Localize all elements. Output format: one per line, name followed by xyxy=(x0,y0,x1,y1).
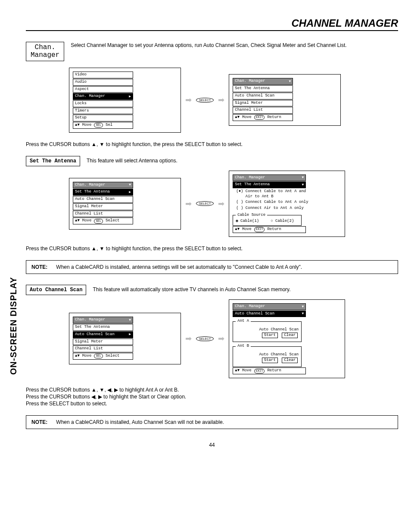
chan-manager-box: Chan. Manager xyxy=(26,42,64,61)
menu-item: Auto Channel Scan xyxy=(233,93,293,100)
chevron-down-icon: ▼ xyxy=(302,175,304,180)
start-button[interactable]: Start xyxy=(262,333,278,339)
note-label: NOTE: xyxy=(31,419,47,425)
note-text: When a CableCARD is installed, Auto Chan… xyxy=(56,419,224,425)
page-number: 44 xyxy=(26,442,398,448)
screen-autoscan-right: Chan. Manager▼ Auto Channel Scan▼ Ant A … xyxy=(229,299,345,378)
menu-item: Video xyxy=(73,72,133,78)
arrow-right-icon: ➡ xyxy=(218,334,224,343)
chevron-right-icon: ▶ xyxy=(129,94,131,99)
hint-row: ▲▼ Move SEL Sel xyxy=(73,122,133,129)
menu-sub-selected: Auto Channel Scan▼ xyxy=(233,311,306,317)
menu-item: Set The Antenna xyxy=(73,324,133,331)
cable-source-legend: Cable Source xyxy=(236,213,267,218)
scan-label: Auto Channel Scan xyxy=(237,327,299,333)
menu-item: Set The Antenna xyxy=(233,85,293,92)
menu-item: Timers xyxy=(73,108,133,115)
menu-item: Setup xyxy=(73,115,133,121)
hint-sel: Sel xyxy=(106,123,112,128)
note-label: NOTE: xyxy=(31,264,47,270)
exit-pill: EXIT xyxy=(254,369,265,373)
select-button-icon: SELECT xyxy=(196,336,214,341)
arrow-right-icon: ➡ xyxy=(218,199,224,208)
sel-pill: SEL xyxy=(94,219,103,224)
menu-sub-selected: Set The Antenna▼ xyxy=(233,181,306,188)
cable2: ○ Cable(2) xyxy=(271,219,294,223)
select-button-icon: SELECT xyxy=(196,98,214,103)
body-text-scan1: Press the CURSOR buttons ▲, ▼, ◀, ▶ to h… xyxy=(26,387,398,393)
antB-fieldset: Ant B Auto Channel Scan Start Clear xyxy=(233,344,302,367)
select-button-icon: SELECT xyxy=(196,201,214,206)
cable-source-fieldset: Cable Source ◉ Cable(1) ○ Cable(2) xyxy=(233,213,302,226)
chevron-down-icon: ▼ xyxy=(302,305,304,309)
menu-header: Chan. Manager▼ xyxy=(233,78,293,85)
hint-row: ▲▼ Move EXIT Return xyxy=(233,367,306,374)
arrow-right-icon: ➡ xyxy=(185,95,192,105)
chevron-down-icon: ▼ xyxy=(129,318,131,322)
menu-header: Chan. Manager▼ xyxy=(73,182,133,189)
side-label: ON-SCREEN DISPLAY xyxy=(9,277,19,375)
screen-autoscan-left: Chan. Manager▼ Set The Antenna Auto Chan… xyxy=(69,313,181,364)
hint-return: Return xyxy=(267,227,281,232)
hint-move: Move xyxy=(242,115,252,120)
screen-antenna-left: Chan. Manager▼ Set The Antenna▶ Auto Cha… xyxy=(69,178,181,230)
chevron-down-icon: ▼ xyxy=(289,79,291,84)
note-box-autoscan: NOTE: When a CableCARD is installed, Aut… xyxy=(26,415,398,429)
menu-header: Chan. Manager▼ xyxy=(233,174,306,181)
hint-return: Return xyxy=(267,368,281,373)
screens-row-antenna: Chan. Manager▼ Set The Antenna▶ Auto Cha… xyxy=(69,171,398,237)
screen-main-menu: Video Audio Aspect Chan. Manager▶ Locks … xyxy=(69,68,181,133)
radio-opt1: (●) Connect Cable to Ant A and Air to An… xyxy=(236,189,341,199)
start-button[interactable]: Start xyxy=(262,358,278,364)
menu-header: Chan. Manager▼ xyxy=(233,303,306,310)
note-text: When a CableCARD is installed, antenna s… xyxy=(56,264,302,270)
antA-fieldset: Ant A Auto Channel Scan Start Clear xyxy=(233,319,302,342)
menu-item: Channel List xyxy=(73,211,133,218)
hint-row: ▲▼ Move SEL Select xyxy=(73,353,133,360)
body-text-scan3: Press the SELECT button to select. xyxy=(26,401,398,407)
exit-pill: EXIT xyxy=(254,115,265,120)
scan-label: Auto Channel Scan xyxy=(237,352,299,358)
screen-antenna-right: Chan. Manager▼ Set The Antenna▼ (●) Conn… xyxy=(229,171,345,237)
screens-row-autoscan: Chan. Manager▼ Set The Antenna Auto Chan… xyxy=(69,299,398,378)
updown-icon: ▲▼ xyxy=(75,123,80,128)
menu-item: Aspect xyxy=(73,86,133,93)
menu-item: Signal Meter xyxy=(73,339,133,345)
chevron-right-icon: ▶ xyxy=(129,332,131,336)
updown-icon: ▲▼ xyxy=(75,354,80,359)
exit-pill: EXIT xyxy=(254,227,265,232)
body-text-scan2: Press the CURSOR buttons ◀, ▶ to highlig… xyxy=(26,394,398,400)
menu-item: Audio xyxy=(73,79,133,86)
arrow-right-icon: ➡ xyxy=(218,95,224,105)
menu-item-selected: Set The Antenna▶ xyxy=(73,189,133,196)
note-box-antenna: NOTE: When a CableCARD is installed, ant… xyxy=(26,260,398,274)
intro-row: Chan. Manager Select Channel Manager to … xyxy=(26,42,398,61)
hint-move: Move xyxy=(242,368,252,373)
menu-item: Channel List xyxy=(233,107,293,114)
antA-legend: Ant A xyxy=(236,319,251,324)
menu-item-selected: Chan. Manager▶ xyxy=(73,93,133,100)
updown-icon: ▲▼ xyxy=(75,218,80,224)
intro-text: Select Channel Manager to set your Anten… xyxy=(71,42,398,49)
chevron-down-icon: ▼ xyxy=(302,183,304,187)
screen-chan-manager: Chan. Manager▼ Set The Antenna Auto Chan… xyxy=(229,74,341,126)
clear-button[interactable]: Clear xyxy=(282,333,298,339)
set-antenna-label: Set The Antenna xyxy=(26,156,80,166)
hint-row: ▲▼ Move SEL Select xyxy=(73,218,133,224)
hint-row: ▲▼ Move EXIT Return xyxy=(233,114,293,121)
hint-move: Move xyxy=(82,354,92,359)
hint-move: Move xyxy=(82,218,92,224)
chevron-down-icon: ▼ xyxy=(129,183,131,187)
section-row-antenna: Set The Antenna This feature will select… xyxy=(26,156,398,166)
clear-button[interactable]: Clear xyxy=(282,358,298,364)
updown-icon: ▲▼ xyxy=(235,368,240,373)
page-title: CHANNEL MANAGER xyxy=(26,17,398,31)
hint-sel: Select xyxy=(106,218,119,224)
sel-pill: SEL xyxy=(94,354,103,358)
hint-row: ▲▼ Move EXIT Return xyxy=(233,226,306,233)
menu-item: Locks xyxy=(73,100,133,107)
hint-return: Return xyxy=(267,115,281,120)
sel-pill: SEL xyxy=(94,123,103,128)
arrow-right-icon: ➡ xyxy=(185,199,192,208)
radio-opt2: ( ) Connect Cable to Ant A only xyxy=(236,200,341,205)
